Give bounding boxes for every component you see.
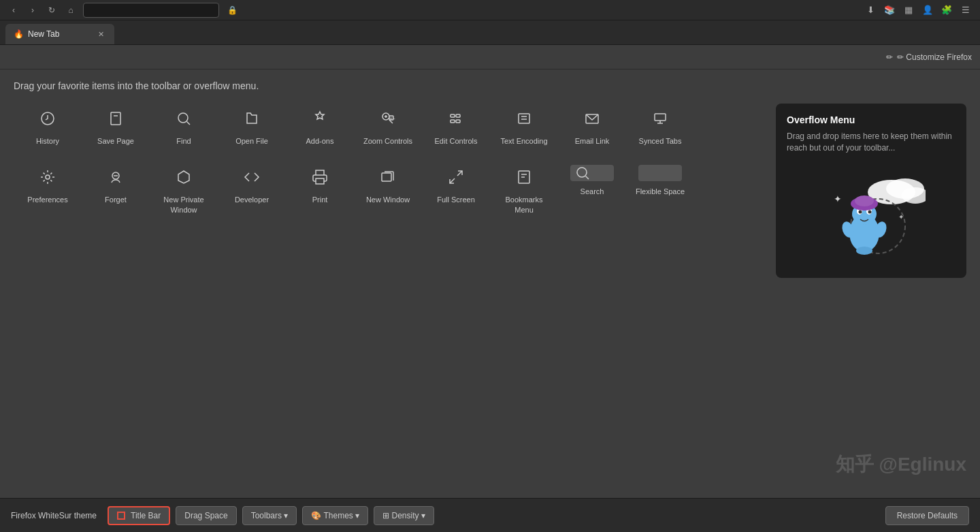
url-bar[interactable] xyxy=(83,3,219,18)
items-grid: History Save Page Find Open File xyxy=(14,97,762,499)
toolbar-item-new-private-window[interactable]: New Private Window xyxy=(150,155,218,224)
restore-defaults-button[interactable]: Restore Defaults xyxy=(885,506,969,525)
synced-tabs-icon xyxy=(648,106,672,131)
find-icon xyxy=(172,106,196,131)
home-button[interactable]: ⌂ xyxy=(64,3,78,17)
email-link-icon xyxy=(580,106,604,131)
edit-controls-label: Edit Controls xyxy=(435,136,478,146)
bookmarks-button[interactable]: 📚 xyxy=(882,3,897,18)
extension-button[interactable]: 🧩 xyxy=(939,3,954,18)
flexible-space-label: Flexible Space xyxy=(636,187,685,196)
toolbar-item-developer[interactable]: Developer xyxy=(218,155,286,224)
toolbar-item-search[interactable]: Search xyxy=(558,155,626,224)
text-encoding-icon xyxy=(512,106,536,131)
new-window-icon xyxy=(376,165,400,189)
svg-line-28 xyxy=(450,178,455,183)
svg-rect-19 xyxy=(655,114,666,121)
lock-icon: 🔒 xyxy=(227,5,238,15)
search-label: Search xyxy=(581,187,604,196)
density-button[interactable]: ⊞ Density ▾ xyxy=(374,506,434,525)
toolbar-item-new-window[interactable]: New Window xyxy=(354,155,422,224)
watermark: 知乎 @Eglinux xyxy=(836,452,966,478)
overflow-panel-illustration: ✦ ✦ xyxy=(787,165,956,267)
toolbar-item-email-link[interactable]: Email Link xyxy=(558,97,626,155)
back-button[interactable]: ‹ xyxy=(7,3,20,17)
addons-label: Add-ons xyxy=(306,136,334,146)
page-header: Drag your favorite items into the toolba… xyxy=(0,69,980,97)
drag-instruction: Drag your favorite items into the toolba… xyxy=(14,80,259,91)
svg-text:✦: ✦ xyxy=(898,213,904,221)
print-icon xyxy=(308,165,332,189)
toolbar-item-print[interactable]: Print xyxy=(286,155,354,224)
svg-rect-1 xyxy=(111,112,120,125)
drag-space-button[interactable]: Drag Space xyxy=(176,506,236,525)
new-tab[interactable]: 🔥 New Tab ✕ xyxy=(5,24,114,44)
developer-label: Developer xyxy=(235,195,269,204)
toolbar-item-zoom-controls[interactable]: +− Zoom Controls xyxy=(354,97,422,155)
toolbar-item-preferences[interactable]: Preferences xyxy=(14,155,82,224)
bookmarks-menu-icon xyxy=(512,165,536,189)
tab-bar: 🔥 New Tab ✕ xyxy=(0,20,980,45)
overflow-panel: Overflow Menu Drag and drop items here t… xyxy=(776,104,966,278)
customize-icon: ✏ xyxy=(886,52,893,62)
svg-rect-25 xyxy=(316,178,324,184)
bookmarks-menu-label: Bookmarks Menu xyxy=(495,195,553,215)
toolbar-item-open-file[interactable]: Open File xyxy=(218,97,286,155)
email-link-label: Email Link xyxy=(575,136,610,146)
svg-point-22 xyxy=(46,175,50,179)
menu-button[interactable]: ☰ xyxy=(958,3,973,18)
find-label: Find xyxy=(176,136,191,146)
svg-line-27 xyxy=(457,171,462,176)
forward-button[interactable]: › xyxy=(26,3,39,17)
flexible-space-icon xyxy=(638,165,682,181)
svg-point-43 xyxy=(868,210,872,213)
toolbar-item-bookmarks-menu[interactable]: Bookmarks Menu xyxy=(490,155,558,224)
svg-text:✦: ✦ xyxy=(834,193,842,204)
profile-button[interactable]: 👤 xyxy=(920,3,935,18)
reload-button[interactable]: ↻ xyxy=(45,3,59,17)
customize-bar: ✏ ✏ Customize Firefox xyxy=(0,45,980,69)
tab-favicon: 🔥 xyxy=(14,29,24,39)
main-content: History Save Page Find Open File xyxy=(0,97,980,499)
zoom-controls-label: Zoom Controls xyxy=(363,136,412,146)
svg-point-3 xyxy=(178,113,188,123)
title-bar-button[interactable]: Title Bar xyxy=(108,506,170,525)
svg-line-33 xyxy=(586,176,589,180)
toolbar-item-forget[interactable]: Forget xyxy=(82,155,150,224)
new-private-window-icon xyxy=(172,165,196,189)
themes-button[interactable]: 🎨 Themes ▾ xyxy=(302,506,368,525)
tab-close-button[interactable]: ✕ xyxy=(95,29,106,40)
zoom-controls-icon: +− xyxy=(376,106,400,131)
addons-icon xyxy=(308,106,332,131)
toolbar-item-flexible-space[interactable]: Flexible Space xyxy=(626,155,694,224)
toolbar-item-addons[interactable]: Add-ons xyxy=(286,97,354,155)
svg-line-4 xyxy=(187,122,191,125)
svg-rect-13 xyxy=(451,120,455,123)
toolbar-item-save-page[interactable]: Save Page xyxy=(82,97,150,155)
layout-button[interactable]: ▦ xyxy=(901,3,916,18)
svg-point-45 xyxy=(855,195,874,206)
history-label: History xyxy=(36,136,59,146)
title-bar-checkbox-icon xyxy=(117,512,125,520)
toolbars-button[interactable]: Toolbars ▾ xyxy=(242,506,297,525)
history-icon xyxy=(35,106,60,131)
customize-firefox-button[interactable]: ✏ ✏ Customize Firefox xyxy=(886,52,972,62)
svg-rect-11 xyxy=(451,114,455,117)
preferences-icon xyxy=(35,165,60,189)
toolbar-item-history[interactable]: History xyxy=(14,97,82,155)
open-file-label: Open File xyxy=(235,136,268,146)
downloads-button[interactable]: ⬇ xyxy=(863,3,878,18)
full-screen-icon xyxy=(444,165,468,189)
forget-label: Forget xyxy=(105,195,127,204)
toolbar-item-text-encoding[interactable]: Text Encoding xyxy=(490,97,558,155)
svg-text:+−: +− xyxy=(390,116,395,121)
svg-rect-12 xyxy=(456,114,460,117)
toolbar-item-full-screen[interactable]: Full Screen xyxy=(422,155,490,224)
toolbar-item-find[interactable]: Find xyxy=(150,97,218,155)
print-label: Print xyxy=(312,195,328,204)
save-page-icon xyxy=(103,106,128,131)
toolbar-item-edit-controls[interactable]: Edit Controls xyxy=(422,97,490,155)
new-private-window-label: New Private Window xyxy=(155,195,212,215)
toolbar-item-synced-tabs[interactable]: Synced Tabs xyxy=(626,97,694,155)
svg-rect-14 xyxy=(456,120,460,123)
